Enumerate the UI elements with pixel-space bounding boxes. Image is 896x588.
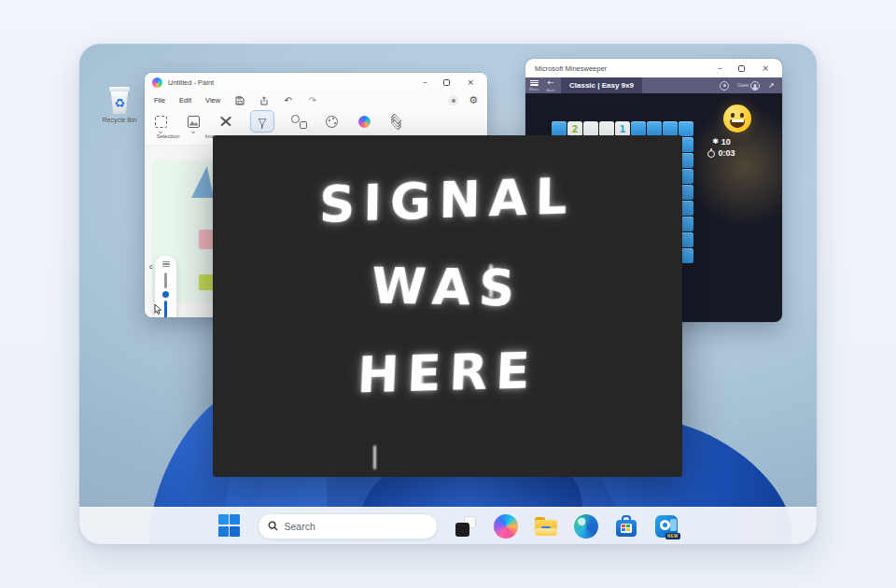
outlook-envelope bbox=[670, 519, 677, 531]
windows-logo-pane bbox=[218, 514, 229, 525]
outlook-o-ring bbox=[660, 520, 670, 530]
settings-gear-icon[interactable]: ⚙ bbox=[469, 95, 478, 105]
image-tool-button[interactable] bbox=[185, 113, 202, 130]
taskbar-search-box[interactable] bbox=[258, 513, 438, 539]
smiley-eye bbox=[731, 113, 735, 118]
menu-edit[interactable]: Edit bbox=[179, 96, 191, 105]
layers-icon bbox=[390, 115, 403, 128]
folder-front bbox=[535, 528, 557, 536]
back-button-label: Back bbox=[547, 88, 555, 92]
smiley-mouth bbox=[730, 119, 745, 128]
mine-tile[interactable] bbox=[631, 121, 646, 136]
mouse-cursor-icon bbox=[154, 303, 162, 315]
paint-window-controls: – × bbox=[423, 78, 480, 87]
selection-icon bbox=[155, 116, 167, 128]
mines-top-row: 21 bbox=[552, 121, 693, 136]
timer-value: 0:03 bbox=[718, 148, 735, 158]
mine-tile[interactable] bbox=[663, 121, 678, 136]
mine-tile[interactable]: 1 bbox=[615, 121, 630, 136]
selection-label: Selection bbox=[152, 133, 184, 145]
share-icon[interactable] bbox=[259, 95, 269, 105]
paint-menubar: File Edit View ↶ ↷ ⚙ bbox=[145, 91, 487, 109]
coins-icon[interactable] bbox=[720, 81, 729, 91]
slider-track-lower[interactable] bbox=[164, 301, 167, 317]
canvas-pink-shape bbox=[199, 230, 214, 249]
windows-desktop: ♻ Recycle Bin Untitled - Paint – × File … bbox=[79, 44, 817, 544]
mine-tile[interactable] bbox=[583, 121, 598, 136]
search-input[interactable] bbox=[285, 521, 415, 532]
edge-browser-button[interactable] bbox=[574, 514, 598, 539]
palette-icon bbox=[326, 116, 338, 128]
colors-button[interactable] bbox=[323, 113, 340, 130]
recycle-bin-desktop-icon[interactable]: ♻ Recycle Bin bbox=[87, 87, 152, 123]
windows-logo-pane bbox=[230, 526, 240, 537]
start-button[interactable] bbox=[218, 514, 242, 538]
tools-button[interactable] bbox=[217, 113, 234, 130]
screenshot-stage: ♻ Recycle Bin Untitled - Paint – × File … bbox=[0, 0, 896, 588]
mine-tile[interactable] bbox=[679, 121, 693, 136]
undo-icon[interactable]: ↶ bbox=[283, 95, 293, 105]
image-mountain bbox=[189, 120, 199, 126]
copilot-taskbar-icon[interactable] bbox=[494, 514, 518, 539]
shapes-button[interactable] bbox=[290, 113, 307, 130]
image-icon bbox=[188, 116, 200, 128]
layers-button[interactable] bbox=[388, 113, 405, 130]
minimize-button[interactable]: – bbox=[423, 78, 427, 87]
paint-premium-badge-icon[interactable] bbox=[448, 95, 458, 105]
recycle-icon: ♻ bbox=[114, 97, 125, 109]
mine-tile[interactable] bbox=[647, 121, 662, 136]
save-icon[interactable] bbox=[234, 95, 245, 105]
game-menu-button[interactable]: Menu bbox=[525, 77, 542, 93]
selection-tool-button[interactable] bbox=[152, 113, 169, 130]
game-mode-chip: Classic | Easy 9x9 bbox=[561, 77, 642, 93]
mine-tile[interactable] bbox=[552, 121, 567, 136]
badge-dot bbox=[452, 99, 455, 103]
paint-menubar-right: ⚙ bbox=[448, 95, 478, 105]
paint-window-title: Untitled - Paint bbox=[168, 78, 423, 87]
back-button[interactable]: ← Back bbox=[542, 77, 559, 93]
minesweeper-titlebar: Microsoft Minesweeper – × bbox=[525, 59, 782, 77]
slider-thumb[interactable] bbox=[162, 291, 169, 298]
timer-icon bbox=[707, 149, 715, 158]
canvas-green-shape bbox=[199, 274, 214, 290]
microsoft-store-button[interactable] bbox=[614, 514, 638, 539]
outlook-button[interactable]: NEW bbox=[654, 514, 679, 539]
signal-graffiti-overlay: SIGNAL WAS HERE bbox=[213, 135, 682, 477]
copilot-icon bbox=[358, 116, 371, 128]
menu-file[interactable]: File bbox=[154, 96, 165, 105]
fill-tool-button-selected[interactable]: ▽ bbox=[250, 110, 274, 133]
maximize-button[interactable] bbox=[738, 65, 745, 72]
mine-tile[interactable] bbox=[599, 121, 614, 136]
recycle-bin-lid bbox=[109, 87, 130, 91]
close-button[interactable]: × bbox=[467, 78, 474, 87]
back-arrow-icon: ← bbox=[548, 79, 554, 87]
timer-row: 0:03 bbox=[707, 148, 735, 158]
search-icon bbox=[268, 521, 278, 531]
task-view-button[interactable] bbox=[454, 514, 478, 539]
minesweeper-toolbar-right: Guest → bbox=[720, 77, 782, 93]
guest-label: Guest bbox=[737, 83, 749, 88]
minesweeper-window-title: Microsoft Minesweeper bbox=[535, 64, 718, 73]
windows-logo-pane bbox=[218, 526, 229, 537]
file-explorer-button[interactable] bbox=[534, 514, 558, 539]
guest-account-button[interactable]: Guest bbox=[737, 81, 760, 91]
minimize-button[interactable]: – bbox=[718, 64, 722, 73]
maximize-button[interactable] bbox=[443, 79, 450, 86]
mine-tile[interactable]: 2 bbox=[567, 121, 582, 136]
copilot-button[interactable] bbox=[356, 113, 372, 130]
redo-icon[interactable]: ↷ bbox=[307, 95, 317, 105]
close-button[interactable]: × bbox=[762, 64, 769, 73]
game-stats: ✱ 10 0:03 bbox=[692, 137, 751, 158]
graffiti-line-3: HERE bbox=[356, 325, 540, 424]
shapes-icon bbox=[291, 115, 300, 123]
fullscreen-expand-icon[interactable]: → bbox=[766, 80, 777, 91]
mine-icon: ✱ bbox=[712, 138, 719, 146]
paint-app-icon bbox=[152, 77, 162, 88]
menu-view[interactable]: View bbox=[205, 96, 220, 105]
shapes-icon-square bbox=[300, 121, 307, 129]
smiley-face-icon[interactable] bbox=[723, 105, 751, 133]
game-mode-label: Classic | Easy 9x9 bbox=[569, 81, 634, 90]
slider-track-upper[interactable] bbox=[164, 273, 167, 288]
funnel-stem bbox=[261, 125, 262, 129]
person-icon bbox=[750, 81, 760, 91]
